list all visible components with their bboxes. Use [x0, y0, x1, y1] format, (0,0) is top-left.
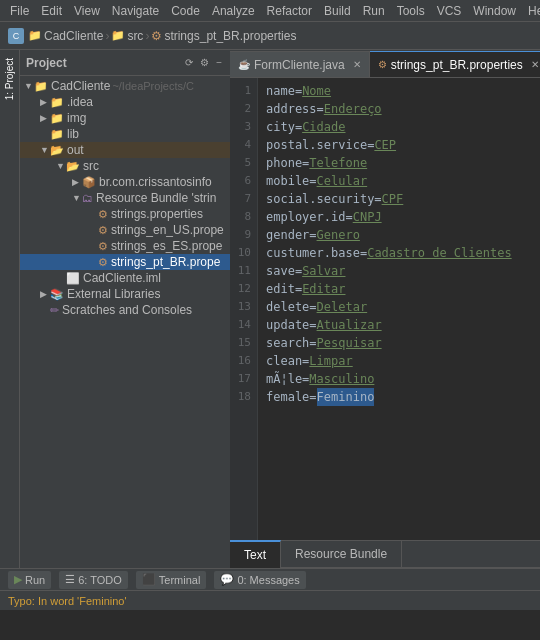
tree-item-label: strings_en_US.prope [111, 223, 224, 237]
table-row: female= Feminino [266, 388, 540, 406]
app-icon: C [8, 28, 24, 44]
java-file-icon: ☕ [238, 59, 250, 70]
terminal-icon: ⬛ [142, 573, 156, 586]
code-value: Genero [317, 226, 360, 244]
run-button[interactable]: ▶ Run [8, 571, 51, 589]
menu-analyze[interactable]: Analyze [206, 4, 261, 18]
todo-icon: ☰ [65, 573, 75, 586]
menu-navigate[interactable]: Navigate [106, 4, 165, 18]
tree-item-label: CadCliente.iml [83, 271, 161, 285]
menu-edit[interactable]: Edit [35, 4, 68, 18]
code-value: Salvar [302, 262, 345, 280]
menu-window[interactable]: Window [467, 4, 522, 18]
code-value: CPF [382, 190, 404, 208]
menu-refactor[interactable]: Refactor [261, 4, 318, 18]
tab-form-cliente[interactable]: ☕ FormCliente.java ✕ [230, 51, 370, 77]
breadcrumb-folder-icon: 📁 [28, 29, 42, 42]
tree-item-label: lib [67, 127, 79, 141]
list-item[interactable]: ✏ Scratches and Consoles [20, 302, 230, 318]
menu-build[interactable]: Build [318, 4, 357, 18]
breadcrumb-project[interactable]: CadCliente [44, 29, 103, 43]
list-item[interactable]: ▼ 📂 src [20, 158, 230, 174]
code-value: CEP [374, 136, 396, 154]
code-value: Deletar [317, 298, 368, 316]
editor-content[interactable]: 1 2 3 4 5 6 7 8 9 10 11 12 13 14 15 16 1… [230, 78, 540, 540]
breadcrumb-sep1: › [105, 29, 109, 43]
breadcrumb-file-icon: ⚙ [151, 29, 162, 43]
code-key: mÃ¦le= [266, 370, 309, 388]
folder-icon: 📁 [34, 80, 48, 93]
list-item[interactable]: ▶ 📁 .idea [20, 94, 230, 110]
tab-text[interactable]: Text [230, 540, 281, 568]
tree-arrow: ▶ [72, 177, 82, 187]
props-icon: ⚙ [98, 256, 108, 269]
list-item[interactable]: ▶ 📁 img [20, 110, 230, 126]
terminal-button[interactable]: ⬛ Terminal [136, 571, 207, 589]
tree-arrow [88, 241, 98, 251]
bottom-bar: Typo: In word 'Feminino' [0, 590, 540, 610]
code-key: save= [266, 262, 302, 280]
menu-code[interactable]: Code [165, 4, 206, 18]
tree-item-label: strings_es_ES.prope [111, 239, 222, 253]
code-key: address= [266, 100, 324, 118]
tab-close-btn[interactable]: ✕ [353, 59, 361, 70]
panel-minimize-btn[interactable]: − [214, 56, 224, 69]
list-item[interactable]: ▶ 📦 br.com.crissantosinfo [20, 174, 230, 190]
menu-view[interactable]: View [68, 4, 106, 18]
menu-file[interactable]: File [4, 4, 35, 18]
list-item[interactable]: ▶ 📚 External Libraries [20, 286, 230, 302]
tree-root[interactable]: ▼ 📁 CadCliente ~/IdeaProjects/C [20, 78, 230, 94]
breadcrumb-src[interactable]: src [127, 29, 143, 43]
table-row: gender= Genero [266, 226, 540, 244]
breadcrumb-src-icon: 📁 [111, 29, 125, 42]
package-icon: 📦 [82, 176, 96, 189]
code-key: delete= [266, 298, 317, 316]
menu-vcs[interactable]: VCS [431, 4, 468, 18]
breadcrumb: 📁 CadCliente › 📁 src › ⚙ strings_pt_BR.p… [28, 29, 296, 43]
folder-icon: 📁 [50, 112, 64, 125]
tab-close-btn[interactable]: ✕ [531, 59, 539, 70]
ext-libraries-icon: 📚 [50, 288, 64, 301]
table-row: city= Cidade [266, 118, 540, 136]
code-value: Editar [302, 280, 345, 298]
panel-header: Project ⟳ ⚙ − [20, 50, 230, 76]
list-item[interactable]: ▼ 📂 out [20, 142, 230, 158]
messages-button[interactable]: 💬 0: Messages [214, 571, 305, 589]
code-value: CNPJ [353, 208, 382, 226]
todo-button[interactable]: ☰ 6: TODO [59, 571, 128, 589]
breadcrumb-file[interactable]: strings_pt_BR.properties [164, 29, 296, 43]
breadcrumb-sep2: › [145, 29, 149, 43]
code-value: Cidade [302, 118, 345, 136]
list-item[interactable]: ⚙ strings_pt_BR.prope [20, 254, 230, 270]
code-key: edit= [266, 280, 302, 298]
menu-help[interactable]: Help [522, 4, 540, 18]
status-bar: ▶ Run ☰ 6: TODO ⬛ Terminal 💬 0: Messages [0, 568, 540, 590]
list-item[interactable]: ⚙ strings_en_US.prope [20, 222, 230, 238]
tab-strings-pt-br[interactable]: ⚙ strings_pt_BR.properties ✕ [370, 51, 540, 77]
menu-tools[interactable]: Tools [391, 4, 431, 18]
sidebar-item-project[interactable]: 1: Project [2, 52, 17, 106]
panel-title: Project [26, 56, 179, 70]
messages-icon: 💬 [220, 573, 234, 586]
code-editor[interactable]: name= Nomeaddress= Endereçocity= Cidadep… [258, 78, 540, 540]
code-key: postal.service= [266, 136, 374, 154]
list-item[interactable]: 📁 lib [20, 126, 230, 142]
panel-sync-btn[interactable]: ⟳ [183, 56, 195, 69]
tree-item-label: src [83, 159, 99, 173]
code-value: Pesquisar [317, 334, 382, 352]
props-icon: ⚙ [98, 208, 108, 221]
tree-arrow [88, 209, 98, 219]
code-key: mobile= [266, 172, 317, 190]
tab-resource-bundle[interactable]: Resource Bundle [281, 540, 402, 568]
list-item[interactable]: ⬜ CadCliente.iml [20, 270, 230, 286]
line-numbers: 1 2 3 4 5 6 7 8 9 10 11 12 13 14 15 16 1… [230, 78, 258, 540]
panel-settings-btn[interactable]: ⚙ [198, 56, 211, 69]
typo-warning: Typo: In word 'Feminino' [8, 595, 127, 607]
project-panel: Project ⟳ ⚙ − ▼ 📁 CadCliente ~/IdeaProje… [20, 50, 230, 568]
menu-run[interactable]: Run [357, 4, 391, 18]
run-icon: ▶ [14, 573, 22, 586]
file-tree: ▼ 📁 CadCliente ~/IdeaProjects/C ▶ 📁 .ide… [20, 76, 230, 568]
list-item[interactable]: ⚙ strings_es_ES.prope [20, 238, 230, 254]
list-item[interactable]: ▼ 🗂 Resource Bundle 'strin [20, 190, 230, 206]
list-item[interactable]: ⚙ strings.properties [20, 206, 230, 222]
